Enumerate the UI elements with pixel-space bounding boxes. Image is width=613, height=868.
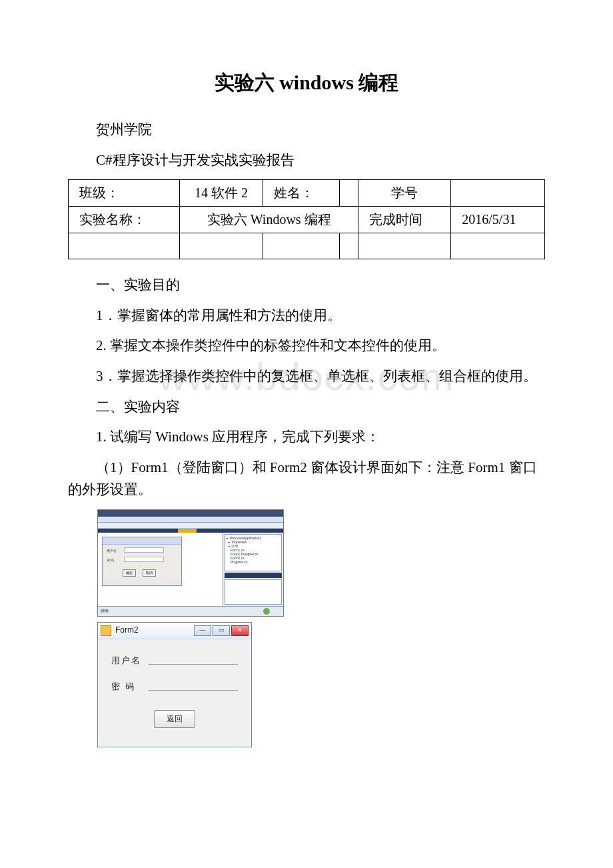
form1-cancel-button: 取消 bbox=[143, 569, 156, 577]
close-button[interactable]: ✕ bbox=[231, 625, 249, 636]
table-row: 班级： 14 软件 2 姓名： 学号 bbox=[69, 180, 545, 207]
app-icon bbox=[101, 625, 111, 636]
minimize-button[interactable]: — bbox=[194, 625, 211, 636]
cell-expname-value: 实验六 Windows 编程 bbox=[180, 207, 358, 233]
form2-user-label: 用户名 bbox=[111, 654, 149, 668]
table-row: 实验名称： 实验六 Windows 编程 完成时间 2016/5/31 bbox=[69, 207, 545, 233]
ide-toolbar bbox=[98, 523, 283, 529]
cell-id-value bbox=[451, 180, 545, 207]
ide-screenshot: 用户名 密 码 确定 取消 ▸ WindowsApplication1 ▸ Pr… bbox=[97, 509, 284, 617]
section-heading-2: 二、实验内容 bbox=[68, 396, 545, 419]
cell-time-label: 完成时间 bbox=[358, 207, 451, 233]
school-name: 贺州学院 bbox=[68, 119, 545, 141]
task-intro: 1. 试编写 Windows 应用程序，完成下列要求： bbox=[68, 426, 545, 449]
ide-titlebar bbox=[98, 510, 283, 517]
solution-explorer: ▸ WindowsApplication1 ▸ Properties ▸ 引用 … bbox=[225, 534, 282, 571]
goal-3: 3．掌握选择操作类控件中的复选框、单选框、列表框、组合框的使用。 bbox=[68, 365, 537, 388]
goal-1: 1．掌握窗体的常用属性和方法的使用。 bbox=[68, 305, 545, 327]
task-sub-1: （1）Form1（登陆窗口）和 Form2 窗体设计界面如下：注意 Form1 … bbox=[68, 457, 545, 501]
properties-panel bbox=[225, 579, 282, 605]
maximize-button[interactable]: ▭ bbox=[213, 625, 230, 636]
status-indicator-icon bbox=[263, 608, 270, 615]
form2-screenshot: Form2 — ▭ ✕ 用户名 密 码 返回 bbox=[97, 622, 252, 747]
goal-2: 2. 掌握文本操作类控件中的标签控件和文本控件的使用。 bbox=[68, 335, 545, 357]
form2-title: Form2 bbox=[115, 624, 139, 637]
section-heading-1: 一、实验目的 bbox=[68, 274, 545, 297]
cell-expname-label: 实验名称： bbox=[69, 207, 180, 233]
form1-window: 用户名 密 码 确定 取消 bbox=[102, 537, 182, 586]
form1-pwd-input bbox=[124, 557, 164, 562]
cell-id-label: 学号 bbox=[358, 180, 451, 207]
ide-designer-surface: 用户名 密 码 确定 取消 bbox=[98, 533, 223, 606]
form2-pwd-label: 密 码 bbox=[111, 680, 149, 694]
back-button[interactable]: 返回 bbox=[154, 710, 195, 728]
ide-menubar bbox=[98, 517, 283, 523]
cell-time-value: 2016/5/31 bbox=[451, 207, 545, 233]
form2-titlebar: Form2 — ▭ ✕ bbox=[98, 623, 251, 639]
form1-ok-button: 确定 bbox=[123, 569, 136, 577]
form1-user-label: 用户名 bbox=[107, 548, 117, 553]
table-row bbox=[69, 233, 545, 259]
ide-statusbar: 就绪 bbox=[98, 606, 283, 616]
form1-user-input bbox=[124, 547, 164, 553]
page-title: 实验六 windows 编程 bbox=[68, 67, 545, 99]
cell-class-label: 班级： bbox=[69, 180, 180, 207]
info-table: 班级： 14 软件 2 姓名： 学号 实验名称： 实验六 Windows 编程 … bbox=[68, 179, 545, 259]
cell-name-label: 姓名： bbox=[263, 180, 340, 207]
properties-header bbox=[225, 573, 282, 578]
form1-pwd-label: 密 码 bbox=[107, 557, 114, 563]
cell-class-value: 14 软件 2 bbox=[180, 180, 263, 207]
cell-name-value bbox=[340, 180, 358, 207]
form2-user-input[interactable] bbox=[149, 663, 238, 665]
status-text: 就绪 bbox=[101, 608, 109, 615]
form2-pwd-input[interactable] bbox=[149, 689, 238, 691]
report-name: C#程序设计与开发实战实验报告 bbox=[68, 149, 545, 172]
form1-titlebar bbox=[103, 537, 181, 545]
